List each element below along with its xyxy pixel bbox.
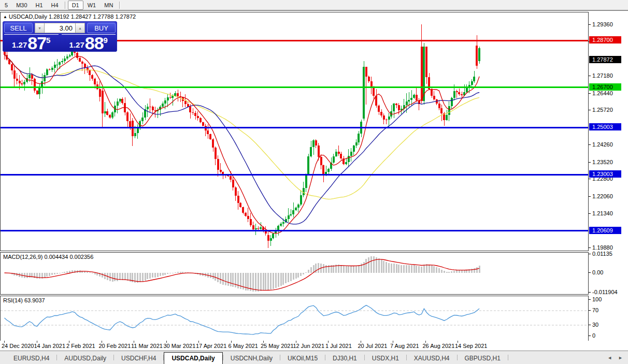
tab-ukoil-m15[interactable]: UKOil,M15: [280, 352, 325, 364]
collapse-panel-icon[interactable]: ▲: [3, 14, 7, 19]
axis-tick-mark: [589, 213, 591, 214]
axis-tick-mark: [589, 292, 591, 293]
price-level-tag: 1.26700: [589, 83, 621, 91]
date-label: 11 Mar 2021: [131, 343, 163, 349]
price-axis-tick-label: 1.25720: [592, 107, 613, 113]
price-axis-tick-label: 1.27180: [592, 72, 613, 79]
buy-price-display: 1.27 88 9: [62, 34, 116, 51]
axis-tick-mark: [589, 299, 591, 300]
timeframe-button-W1[interactable]: W1: [83, 1, 101, 10]
timeframe-button-5[interactable]: 5: [1, 1, 12, 10]
price-axis-tick-label: 1.26440: [592, 90, 613, 96]
tab-gbpusd-h1[interactable]: GBPUSD,H1: [458, 352, 508, 364]
macd-axis-tick-label: 0.01135: [592, 251, 612, 257]
date-label: 20 Jul 2021: [358, 343, 388, 349]
sell-price-pipette: 5: [46, 36, 50, 51]
axis-tick-mark: [589, 162, 591, 163]
date-label: 1 Jul 2021: [325, 343, 352, 349]
timeframe-button-MN[interactable]: MN: [100, 1, 117, 10]
macd-pane[interactable]: MACD(12,26,9) 0.004434 0.002356: [0, 252, 589, 295]
timeframe-button-D1[interactable]: D1: [68, 1, 83, 10]
price-pane[interactable]: ▲USDCAD,Daily 1.28192 1.28427 1.27788 1.…: [0, 12, 589, 251]
price-axis-tick-label: 1.24260: [592, 141, 613, 148]
volume-input[interactable]: 3.00: [45, 23, 75, 33]
buy-button[interactable]: BUY: [87, 23, 116, 33]
volume-decrease-icon[interactable]: ▼: [35, 23, 45, 33]
rsi-pane[interactable]: RSI(14) 63.9037: [0, 296, 589, 341]
mt4-window: 5M30H1H4D1W1MN ▲USDCAD,Daily 1.28192 1.2…: [0, 0, 628, 364]
price-level-tag: 1.25003: [589, 123, 621, 130]
volume-stepper: ▼ 3.00 ▲: [35, 23, 85, 33]
rsi-label: RSI(14) 63.9037: [3, 297, 45, 303]
axis-tick-mark: [589, 144, 591, 145]
date-label: 20 Feb 2021: [99, 343, 131, 349]
ma-line-7: [5, 55, 480, 234]
macd-signal-line: [5, 259, 480, 290]
current-price-tag: 1.27872: [589, 56, 621, 63]
price-axis-tick-label: 1.29360: [592, 21, 613, 27]
axis-tick-mark: [589, 24, 591, 25]
rsi-axis-tick-label: 30: [592, 322, 598, 328]
price-axis[interactable]: 1.293601.286401.271801.264401.257201.242…: [589, 11, 628, 351]
level-lines: [1, 40, 588, 231]
rsi-line: [5, 305, 480, 334]
tab-usdcad-daily[interactable]: USDCAD,Daily: [164, 352, 222, 364]
tab-audusd-daily[interactable]: AUDUSD,Daily: [57, 352, 113, 364]
date-label: 7 Aug 2021: [390, 343, 419, 349]
ma-line-22: [5, 55, 480, 224]
tab-xauusd-h4[interactable]: XAUUSD,H4: [407, 352, 457, 364]
chart-window: ▲USDCAD,Daily 1.28192 1.28427 1.27788 1.…: [0, 10, 628, 351]
price-level-tag: 1.23003: [589, 170, 621, 178]
date-label: 14 Sep 2021: [455, 343, 487, 349]
date-label: 17 Apr 2021: [196, 343, 226, 349]
date-label: 24 Dec 2020: [2, 343, 34, 349]
macd-label: MACD(12,26,9) 0.004434 0.002356: [3, 254, 93, 260]
axis-tick-mark: [589, 196, 591, 197]
axis-tick-mark: [589, 93, 591, 94]
tab-scroll-right-icon[interactable]: ►: [618, 355, 623, 360]
axis-tick-mark: [589, 110, 591, 110]
date-label: 6 May 2021: [229, 343, 258, 349]
axis-tick-mark: [589, 247, 591, 248]
axis-tick-mark: [589, 310, 591, 311]
price-axis-tick-label: 1.23520: [592, 159, 613, 165]
buy-price-pipette: 9: [104, 36, 108, 51]
buy-price-big: 88: [85, 35, 104, 51]
chart-symbol-period: USDCAD,Daily: [9, 13, 47, 20]
buy-price-prefix: 1.27: [69, 40, 84, 49]
timeframe-button-H1[interactable]: H1: [32, 1, 47, 10]
price-axis-tick-label: 1.21340: [592, 210, 613, 216]
date-label: 2 Feb 2021: [66, 343, 95, 349]
timeframe-button-M30[interactable]: M30: [12, 1, 31, 10]
toolbar-separator: [65, 2, 66, 9]
volume-increase-icon[interactable]: ▲: [75, 23, 85, 33]
tab-scroll-arrows: ◄►: [607, 351, 628, 364]
sell-price-display: 1.27 87 5: [4, 34, 59, 51]
tab-usdchf-h4[interactable]: USDCHF,H4: [114, 352, 163, 364]
chart-header: ▲USDCAD,Daily 1.28192 1.28427 1.27788 1.…: [3, 13, 136, 20]
axis-tick-mark: [589, 76, 591, 76]
date-label: 30 Mar 2021: [164, 343, 196, 349]
tab-scroll-left-icon[interactable]: ◄: [607, 355, 612, 360]
sell-button[interactable]: SELL: [4, 23, 33, 33]
date-label: 25 May 2021: [261, 343, 294, 349]
rsi-axis-tick-label: 0: [592, 332, 595, 339]
rsi-axis-tick-label: 100: [592, 296, 602, 302]
tab-usdcnh-daily[interactable]: USDCNH,Daily: [223, 352, 280, 364]
axis-tick-mark: [589, 336, 591, 336]
chart-tabbar: EURUSD,H4AUDUSD,DailyUSDCHF,H4USDCAD,Dai…: [0, 351, 628, 364]
chart-ohlc-values: 1.28192 1.28427 1.27788 1.27872: [49, 13, 136, 20]
sell-price-prefix: 1.27: [12, 40, 27, 49]
macd-histogram: [6, 256, 480, 292]
date-label: 14 Jan 2021: [34, 343, 66, 349]
price-axis-tick-label: 1.22060: [592, 193, 613, 199]
date-axis[interactable]: 24 Dec 202014 Jan 20212 Feb 202120 Feb 2…: [0, 341, 589, 351]
toolbar-separator: [119, 2, 120, 9]
tab-dj30-h1[interactable]: DJ30,H1: [325, 352, 364, 364]
sell-price-big: 87: [27, 35, 46, 51]
tab-eurusd-h4[interactable]: EURUSD,H4: [6, 352, 56, 364]
price-level-tag: 1.20609: [589, 227, 621, 234]
timeframe-button-H4[interactable]: H4: [47, 1, 63, 10]
axis-tick-mark: [589, 325, 591, 325]
tab-usdx-h1[interactable]: USDX,H1: [365, 352, 406, 364]
